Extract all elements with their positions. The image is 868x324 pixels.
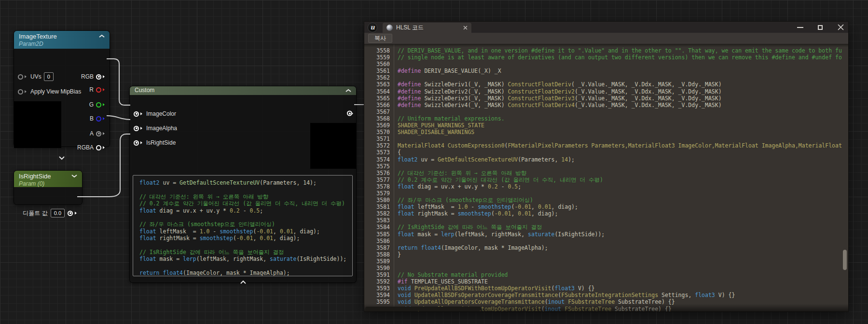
hlsl-code-window: u HLSL 코드 복사 3558// DERIV_BASE_VA: [364, 22, 848, 311]
code-line: 3562: [364, 74, 848, 81]
code-line: 3558// DERIV_BASE_VALUE, and in one vers…: [364, 47, 848, 54]
window-minimize-button[interactable]: [796, 24, 804, 31]
wire-rgb-to-imagecolor: [107, 59, 130, 105]
chevron-down-icon[interactable]: [71, 174, 77, 178]
input-uvs[interactable]: UVs0: [18, 72, 54, 81]
node-subtitle: Param (0): [19, 180, 69, 187]
pin-icon[interactable]: [134, 140, 139, 146]
input-value-box[interactable]: 0: [44, 72, 54, 81]
pin-icon[interactable]: [96, 74, 101, 80]
pin-icon[interactable]: [96, 102, 101, 108]
horizontal-scrollbar-thumb[interactable]: [365, 307, 481, 311]
pin-icon[interactable]: [134, 126, 139, 131]
chevron-down-icon[interactable]: [58, 156, 65, 160]
code-line: 3581float leftMask = 1.0 - smoothstep(-0…: [364, 203, 848, 210]
code-line: 3568// Uniform material expressions.: [364, 115, 848, 122]
pin-icon[interactable]: [96, 145, 101, 150]
tab-close-icon[interactable]: [463, 26, 468, 30]
output-rgba[interactable]: RGBA: [77, 144, 106, 151]
gutter-separator: [394, 44, 394, 311]
pin-icon[interactable]: [134, 111, 139, 117]
vertical-scrollbar-thumb[interactable]: [843, 250, 847, 270]
chevron-up-icon[interactable]: [345, 89, 351, 93]
input-label: ImageColor: [146, 110, 176, 117]
node-imagetexture[interactable]: ImageTexture Param2D UVs0Apply View MipB…: [14, 31, 110, 147]
node-code-line: return float4(ImageColor, mask * ImageAl…: [139, 270, 352, 276]
code-line: 3588}: [364, 251, 848, 258]
node-code-line: // IsRightSide 값에 따라 어느 쪽을 보여줄지 결정: [139, 249, 352, 256]
code-line: 3567: [364, 108, 848, 115]
hlsl-code-lines: 3558// DERIV_BASE_VALUE, and in one vers…: [364, 47, 848, 311]
node-title: ImageTexture: [19, 33, 96, 40]
node-code-line: float diag = uv.x + uv.y * 0.2 - 0.5;: [139, 207, 352, 214]
code-line: 3579: [364, 190, 848, 197]
output-b[interactable]: B: [90, 115, 106, 122]
code-line: 3560: [364, 61, 848, 68]
code-line: 3575: [364, 163, 848, 170]
pin-icon[interactable]: [18, 89, 23, 94]
node-imagetexture-header[interactable]: ImageTexture Param2D: [14, 31, 110, 49]
pin-icon[interactable]: [96, 116, 101, 122]
code-line: 3590: [364, 265, 848, 271]
code-top-shadow: [364, 44, 848, 47]
input-label: Apply View MipBias: [30, 88, 81, 95]
input-label: IsRightSide: [146, 139, 176, 146]
node-code-line: float leftMask = 1.0 - smoothstep(-0.01,…: [139, 228, 352, 235]
param-output-pin[interactable]: [68, 211, 73, 216]
node-code-line: // 0.2 계수로 약간 기울어진 대각선 (값 올리면 더 수직, 내리면 …: [139, 200, 352, 207]
texture-preview: [14, 101, 61, 148]
window-close-button[interactable]: [837, 24, 844, 31]
default-value-box[interactable]: 0.0: [51, 209, 65, 217]
window-maximize-button[interactable]: [816, 24, 824, 31]
code-line: 3591// No Substrate material provided: [364, 271, 848, 278]
window-toolbar: 복사: [364, 33, 848, 44]
code-line: 3565#define SwizzleDeriv3(_V, _MASK) Con…: [364, 95, 848, 102]
material-graph-canvas[interactable]: ImageTexture Param2D UVs0Apply View MipB…: [0, 0, 868, 324]
input-label: ImageAlpha: [146, 125, 177, 132]
output-a[interactable]: A: [90, 130, 106, 137]
pin-icon[interactable]: [18, 74, 23, 80]
input-apply-view-mipbias[interactable]: Apply View MipBias: [18, 88, 81, 95]
code-line: 3594void UpdateAllBSDFsOperatorCoverageT…: [364, 292, 848, 298]
node-isrightside-header[interactable]: IsRightSide Param (0): [14, 171, 82, 187]
code-line: 3569SHADER_PUSH_WARNINGS_STATE: [364, 122, 848, 129]
hlsl-code-area[interactable]: 3558// DERIV_BASE_VALUE, and in one vers…: [364, 44, 848, 311]
code-line: 3574float2 uv = GetDefaultSceneTextureUV…: [364, 156, 848, 163]
node-code-line: float rightMask = smoothstep(-0.01, 0.01…: [139, 235, 352, 242]
custom-node-code[interactable]: float2 uv = GetDefaultSceneTextureUV(Par…: [133, 175, 353, 276]
chevron-up-icon[interactable]: [99, 34, 105, 38]
tab-hlsl-code[interactable]: HLSL 코드: [383, 23, 471, 33]
node-title: Custom: [135, 87, 343, 94]
code-line: 3592#if TEMPLATE_USES_SUBSTRATE: [364, 278, 848, 285]
code-line: 3561#define DERIV_BASE_VALUE(_X) _X: [364, 68, 848, 74]
input-isrightside[interactable]: IsRightSide: [134, 139, 176, 146]
code-line: 3589: [364, 258, 848, 265]
node-code-line: float2 uv = GetDefaultSceneTextureUV(Par…: [139, 179, 352, 186]
node-title: IsRightSide: [19, 173, 69, 180]
code-line: 3584// IsRightSide 값에 따라 어느 쪽을 보여줄지 결정: [364, 224, 848, 230]
node-custom-header[interactable]: Custom: [130, 86, 356, 95]
copy-button[interactable]: 복사: [368, 34, 392, 43]
node-custom[interactable]: Custom float2 uv = GetDefaultSceneTextur…: [130, 86, 356, 283]
chevron-up-icon[interactable]: [240, 280, 247, 284]
custom-output-pin[interactable]: [347, 111, 355, 116]
input-imagecolor[interactable]: ImageColor: [134, 110, 176, 117]
node-code-line: // 좌/우 마스크 (smoothstep으로 안티앨리어싱): [139, 221, 352, 228]
code-line: 3585float mask = lerp(leftMask, rightMas…: [364, 231, 848, 238]
node-isrightside[interactable]: IsRightSide Param (0) 디폴트 값 0.0: [14, 171, 82, 204]
code-line: 3566#define SwizzleDeriv4(_V, _MASK) Con…: [364, 102, 848, 108]
output-rgb[interactable]: RGB: [81, 73, 106, 80]
code-line: 3586: [364, 238, 848, 244]
input-imagealpha[interactable]: ImageAlpha: [134, 125, 177, 132]
custom-preview: [310, 123, 356, 169]
output-g[interactable]: G: [89, 101, 106, 108]
pin-icon[interactable]: [96, 131, 101, 136]
output-label: G: [89, 101, 94, 108]
code-line: 3573{: [364, 149, 848, 156]
unreal-logo-icon: u: [368, 23, 377, 32]
output-r[interactable]: R: [89, 86, 106, 93]
default-value-label: 디폴트 값: [23, 209, 47, 217]
code-line: 3587return float4(ImageColor, mask * Ima…: [364, 244, 848, 251]
pin-icon[interactable]: [96, 87, 101, 93]
window-titlebar[interactable]: u HLSL 코드: [364, 22, 848, 33]
